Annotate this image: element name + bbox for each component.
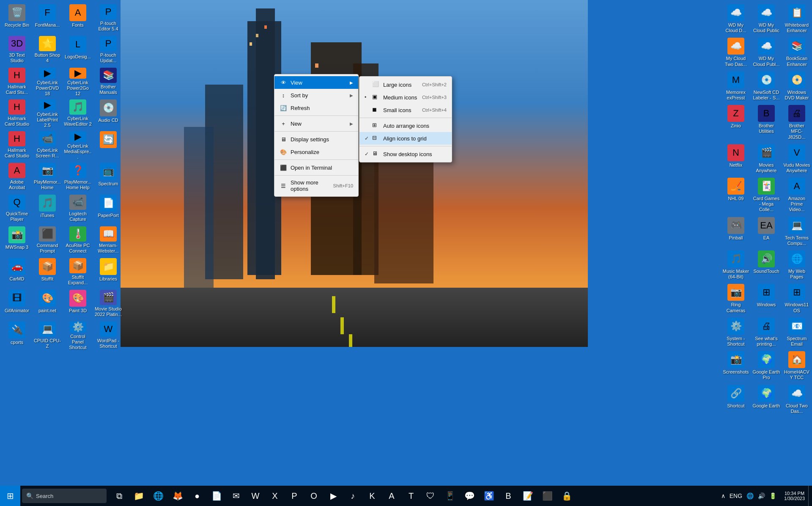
desktop-icon-hallmarkcardstudio2[interactable]: H Hallmark Card Studio [2,97,32,129]
desktop-icon-googleearthpro[interactable]: 🌍 Google Earth Pro [752,349,781,382]
submenu-show-desktop-icons[interactable]: ✓ 🖥 Show desktop icons [359,148,452,160]
desktop-icon-brotherutilities[interactable]: B Brother Utilities [752,103,781,142]
desktop-icon-brothermfc[interactable]: 🖨 Brother MFC-J825D... [782,103,812,142]
desktop-icon-cpuidu[interactable]: 💻 CPUID CPU-Z [33,319,62,351]
tray-chevron[interactable]: ∧ [720,492,726,500]
desktop-icon-shortcut[interactable]: 🔗 Shortcut [721,383,751,416]
desktop-icon-buttonshop4[interactable]: ⭐ Button Shop 4 [33,34,62,66]
desktop-icon-audiocd[interactable]: 💿 Audio CD [93,97,123,129]
desktop-icon-mywebpages[interactable]: 🌐 My Web Pages [782,248,812,282]
desktop-icon-paint3d[interactable]: 🎨 Paint 3D [63,288,93,319]
menu-item-refresh[interactable]: 🔄 Refresh [274,102,358,114]
taskbar-app-edge[interactable]: 🌐 [149,487,167,505]
desktop-icon-fonts[interactable]: A Fonts [63,2,93,34]
submenu-small-icons[interactable]: ◼ Small icons Ctrl+Shift+4 [359,104,452,116]
desktop-icon-cloudtwodas[interactable]: ☁️ Cloud Two Das... [782,383,812,416]
desktop-icon-cyberlinklabelprt[interactable]: ▶ CyberLink LabelPrint 2.5 [33,97,62,129]
desktop-icon-wdmycloudpub[interactable]: ☁️ WD My Cloud Public [752,2,781,36]
desktop-icon-wdmycloudpub2[interactable]: ☁️ WD My Cloud Publ... [752,36,781,69]
desktop-icon-hallmarkcardstudio[interactable]: H Hallmark Card Stu... [2,66,32,97]
desktop-icon-windows11os[interactable]: ⊞ Windows11 OS [782,282,812,315]
desktop-icon-moviestudio[interactable]: 🎬 Movie Studio 2022 Platin... [93,288,123,319]
tray-battery[interactable]: 🔋 [768,492,777,500]
desktop-icon-quicktimeplayer[interactable]: Q QuickTime Player [2,192,32,224]
desktop-icon-carmd[interactable]: 🚗 CarMD [2,256,32,288]
menu-item-showmore[interactable]: ☰ Show more options Shift+F10 [274,177,358,195]
desktop-icon-zinio[interactable]: Z Zinio [721,103,751,142]
desktop-icon-playmemorhomehelp[interactable]: ❓ PlayMemor... Home Help [63,161,93,192]
desktop-icon-seewhatsprint[interactable]: 🖨 See what's printing... [752,316,781,349]
desktop-icon-wdmycloudD[interactable]: ☁️ WD My Cloud D... [721,2,751,36]
desktop-icon-cardgames[interactable]: 🃏 Card Games - Mega Colle... [752,176,781,215]
desktop-icon-ptouchupdate[interactable]: P P-touch Updat... [93,34,123,66]
desktop-icon-mycloudtwodas[interactable]: ☁️ My Cloud Two Das... [721,36,751,69]
desktop-icon-memorex[interactable]: M Memorex exPresst [721,69,751,103]
menu-item-personalize[interactable]: 🎨 Personalize [274,146,358,158]
submenu-large-icons[interactable]: ⬜ Large icons Ctrl+Shift+2 [359,78,452,91]
desktop-icon-libraries[interactable]: 📁 Libraries [93,256,123,288]
desktop-icon-stuffitexpand[interactable]: 📦 StuffIt Expand... [63,256,93,288]
desktop-icon-cyberlinkscreenrec[interactable]: 📹 CyberLink Screen R... [33,129,62,161]
desktop-icon-moviesanywhere[interactable]: 🎬 Movies Anywhere [752,142,781,176]
desktop-icon-acuritepc[interactable]: 🌡️ AcuRite PC Connect [63,224,93,256]
desktop-icon-mwsnap3[interactable]: 📸 MWSnap 3 [2,224,32,256]
taskbar-app-outlook[interactable]: O [304,487,323,505]
taskbar-app-phone-link[interactable]: 📱 [441,487,459,505]
desktop-icon-ringcameras[interactable]: 📷 Ring Cameras [721,282,751,315]
taskbar-app-messenger[interactable]: 💬 [460,487,479,505]
tray-language[interactable]: ENG [729,492,743,500]
menu-item-terminal[interactable]: ⬛ Open in Terminal [274,161,358,174]
desktop-icon-windows[interactable]: ⊞ Windows [752,282,781,315]
taskbar-app-firefox[interactable]: 🦊 [168,487,187,505]
desktop-icon-recycle-bin[interactable]: 🗑️ Recycle Bin [2,2,32,34]
desktop-icon-windowsdvdmaker[interactable]: 📀 Windows DVD Maker [782,69,812,103]
desktop-icon-hallmarkcardstudio3[interactable]: H Hallmark Card Studio [2,129,32,161]
taskbar-app-video[interactable]: ▶ [324,487,343,505]
desktop-icon-itunes[interactable]: 🎵 iTunes [33,192,62,224]
taskbar-app-powerpoint[interactable]: P [285,487,304,505]
submenu-medium-icons[interactable]: • ▣ Medium icons Ctrl+Shift+3 [359,91,452,104]
desktop-icon-brothermanuals[interactable]: 📚 Brother Manuals [93,66,123,97]
desktop-icon-paintnet[interactable]: 🎨 paint.net [33,288,62,319]
desktop-icon-cyberlink2go12[interactable]: ▶ CyberLink Power2Go 12 [63,66,93,97]
menu-item-view[interactable]: 👁 View ▶ ⬜ Large icons Ctrl+Shift+2 • ▣ … [274,76,358,89]
tray-network[interactable]: 🌐 [746,492,754,500]
desktop-icon-whiteboardenhancer[interactable]: 📋 Whiteboard Enhancer [782,2,812,36]
desktop-icon-amazonprime[interactable]: A Amazon Prime Video... [782,176,812,215]
desktop-icon-cports[interactable]: 🔌 cports [2,319,32,351]
taskbar-app-translate[interactable]: T [402,487,420,505]
desktop-icon-commandprompt[interactable]: ⬛ Command Prompt [33,224,62,256]
desktop-icon-cyberlinkwaveedit[interactable]: 🎵 CyberLink WaveEditor 2 [63,97,93,129]
desktop-icon-stuffit[interactable]: 📦 StuffIt [33,256,62,288]
taskbar-app-word[interactable]: W [246,487,265,505]
desktop-icon-spectrumemail[interactable]: 📧 Spectrum Email [782,316,812,349]
menu-item-new[interactable]: + New ▶ [274,117,358,130]
taskbar-clock[interactable]: 10:34 PM 1/30/2023 [781,491,808,501]
desktop-icon-cyberlink_rotate[interactable]: 🔄 [93,129,123,161]
desktop-icon-controlpanel[interactable]: ⚙️ Control Panel Shortcut [63,319,93,351]
desktop-icon-paperport[interactable]: 📄 PaperPort [93,192,123,224]
desktop-icon-acrobat[interactable]: A Adobe Acrobat [2,161,32,192]
desktop-icon-playmemorhome[interactable]: 📷 PlayMemor... Home [33,161,62,192]
start-button[interactable]: ⊞ [0,486,20,506]
taskbar-app-notes[interactable]: 📝 [518,487,537,505]
desktop-icon-cyberlinkmediaespre[interactable]: ▶ CyberLink MediaEspre... [63,129,93,161]
taskbar-app-windows-security[interactable]: 🛡 [421,487,440,505]
taskbar-app-accessibility[interactable]: ♿ [480,487,498,505]
menu-item-sortby[interactable]: ↕ Sort by ▶ [274,89,358,102]
submenu-align-icons[interactable]: ✓ ⊟ Align icons to grid [359,132,452,145]
taskbar-app-email[interactable]: ✉ [227,487,245,505]
taskbar-app-kreator[interactable]: K [363,487,381,505]
taskbar-app-chrome[interactable]: ● [188,487,206,505]
desktop-icon-cyberlinkdvd18[interactable]: ▶ CyberLink PowerDVD 18 [33,66,62,97]
taskbar-search[interactable]: 🔍 Search [22,489,107,503]
desktop-icon-ptouch54[interactable]: P P-touch Editor 5.4 [93,2,123,34]
taskbar-app-security2[interactable]: 🔒 [557,487,576,505]
desktop-icon-systemshortcut[interactable]: ⚙️ System - Shortcut [721,316,751,349]
desktop-icon-netflix[interactable]: N Netflix [721,142,751,176]
desktop-icon-fontmanager[interactable]: F FontMana... [33,2,62,34]
desktop-icon-logitechcapture[interactable]: 📹 Logitech Capture [63,192,93,224]
desktop-icon-musicmaker[interactable]: 🎵 Music Maker (64-Bit) [721,248,751,282]
desktop-icon-vudumovies[interactable]: V Vudu Movies Anywhere [782,142,812,176]
desktop-icon-gifanimator[interactable]: 🎞 GifAnimator [2,288,32,319]
